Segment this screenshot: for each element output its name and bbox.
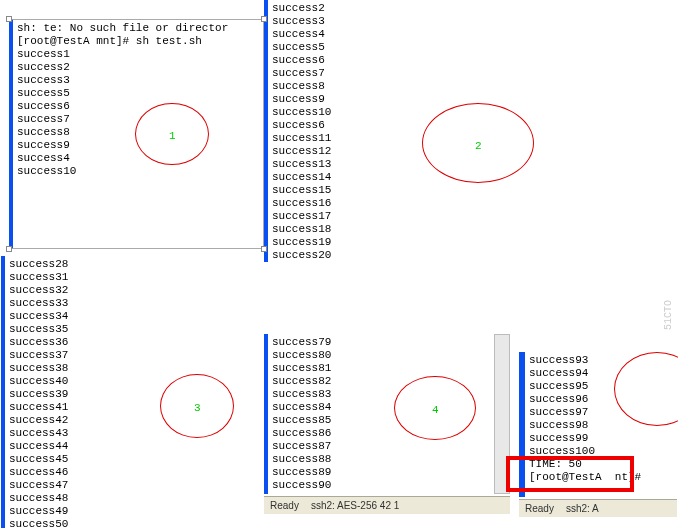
- output-line: success10: [17, 165, 259, 178]
- output-line: success96: [529, 393, 673, 406]
- status-ready: Ready: [525, 503, 554, 514]
- output-line: success7: [17, 113, 259, 126]
- terminal-pane-3: success28 success31 success32 success33 …: [1, 256, 251, 528]
- output-line: success1: [17, 48, 259, 61]
- output-line: success100: [529, 445, 673, 458]
- output-line: success40: [9, 375, 247, 388]
- output-line: success31: [9, 271, 247, 284]
- output-line: success47: [9, 479, 247, 492]
- error-line: sh: te: No such file or director: [17, 22, 259, 35]
- output-line: success16: [272, 197, 370, 210]
- terminal-pane-5: success93 success94 success95 success96 …: [519, 352, 677, 497]
- output-line: success38: [9, 362, 247, 375]
- output-line: success2: [272, 2, 370, 15]
- watermark: 51CTO: [663, 300, 674, 330]
- output-line: success6: [272, 54, 370, 67]
- output-line: success6: [272, 119, 370, 132]
- output-line: success46: [9, 466, 247, 479]
- annotation-label-2: 2: [475, 140, 482, 152]
- output-line: success97: [529, 406, 673, 419]
- output-line: success34: [9, 310, 247, 323]
- status-bar-pane5: Ready ssh2: A: [519, 499, 677, 517]
- output-line: success4: [17, 152, 259, 165]
- output-line: success8: [17, 126, 259, 139]
- prompt-line: [root@TestA mnt]# sh test.sh: [17, 35, 259, 48]
- resize-handle[interactable]: [261, 16, 267, 22]
- output-line: success83: [272, 388, 490, 401]
- scrollbar[interactable]: [494, 334, 510, 494]
- output-line: success90: [272, 479, 490, 492]
- annotation-circle-2: [422, 103, 534, 183]
- terminal-pane-1[interactable]: sh: te: No such file or director [root@T…: [9, 19, 264, 249]
- resize-handle[interactable]: [261, 246, 267, 252]
- output-line: success20: [272, 249, 370, 262]
- output-line: success88: [272, 453, 490, 466]
- output-line: success79: [272, 336, 490, 349]
- output-line: success5: [17, 87, 259, 100]
- status-ready: Ready: [270, 500, 299, 511]
- time-line: TIME: 50: [529, 458, 673, 471]
- output-line: success41: [9, 401, 247, 414]
- output-line: success94: [529, 367, 673, 380]
- output-line: success89: [272, 466, 490, 479]
- output-line: success93: [529, 354, 673, 367]
- output-line: success33: [9, 297, 247, 310]
- output-line: success99: [529, 432, 673, 445]
- output-line: success2: [17, 61, 259, 74]
- output-line: success9: [272, 93, 370, 106]
- output-line: success45: [9, 453, 247, 466]
- output-line: success86: [272, 427, 490, 440]
- output-line: success9: [17, 139, 259, 152]
- output-line: success35: [9, 323, 247, 336]
- output-line: success13: [272, 158, 370, 171]
- output-line: success82: [272, 375, 490, 388]
- prompt-line: [root@TestA nt]#: [529, 471, 673, 484]
- output-line: success28: [9, 258, 247, 271]
- output-line: success15: [272, 184, 370, 197]
- status-bar-pane4: Ready ssh2: AES-256 42 1: [264, 496, 510, 514]
- output-line: success19: [272, 236, 370, 249]
- output-line: success98: [529, 419, 673, 432]
- output-line: success36: [9, 336, 247, 349]
- output-line: success12: [272, 145, 370, 158]
- output-line: success3: [17, 74, 259, 87]
- output-line: success81: [272, 362, 490, 375]
- output-line: success43: [9, 427, 247, 440]
- output-line: success8: [272, 80, 370, 93]
- output-line: success87: [272, 440, 490, 453]
- output-line: success14: [272, 171, 370, 184]
- output-line: success85: [272, 414, 490, 427]
- resize-handle[interactable]: [6, 246, 12, 252]
- output-line: success44: [9, 440, 247, 453]
- output-line: success7: [272, 67, 370, 80]
- output-line: success17: [272, 210, 370, 223]
- status-conn: ssh2: AES-256 42 1: [311, 500, 399, 511]
- output-line: success11: [272, 132, 370, 145]
- output-line: success18: [272, 223, 370, 236]
- output-line: success3: [272, 15, 370, 28]
- terminal-pane-4: success79 success80 success81 success82 …: [264, 334, 494, 494]
- output-line: success49: [9, 505, 247, 518]
- status-conn: ssh2: A: [566, 503, 599, 514]
- output-line: success48: [9, 492, 247, 505]
- output-line: success39: [9, 388, 247, 401]
- output-line: success32: [9, 284, 247, 297]
- output-line: success4: [272, 28, 370, 41]
- output-line: success80: [272, 349, 490, 362]
- output-line: success6: [17, 100, 259, 113]
- output-line: success42: [9, 414, 247, 427]
- output-line: success84: [272, 401, 490, 414]
- output-line: success50: [9, 518, 247, 528]
- resize-handle[interactable]: [6, 16, 12, 22]
- output-line: success10: [272, 106, 370, 119]
- output-line: success5: [272, 41, 370, 54]
- output-line: success37: [9, 349, 247, 362]
- terminal-pane-2: success2 success3 success4 success5 succ…: [264, 0, 374, 262]
- output-line: success95: [529, 380, 673, 393]
